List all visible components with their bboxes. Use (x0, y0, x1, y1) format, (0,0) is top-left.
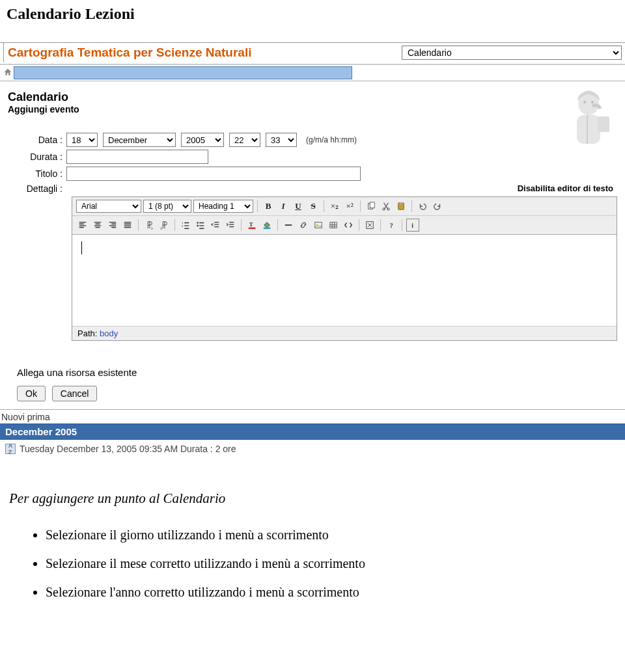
app-frame: Cartografia Tematica per Scienze Natural… (0, 42, 625, 458)
svg-text:?: ? (389, 222, 393, 229)
underline-button[interactable]: U (292, 200, 305, 213)
label-data: Data : (8, 135, 66, 145)
button-row: Ok Cancel (17, 386, 617, 401)
cancel-button[interactable]: Cancel (52, 386, 98, 401)
cut-button[interactable] (380, 200, 393, 213)
ordered-list-button[interactable]: 12 (179, 219, 192, 232)
svg-rect-16 (249, 228, 256, 230)
help-button[interactable]: ? (385, 219, 398, 232)
svg-text:T: T (249, 221, 253, 228)
data-hint: (g/m/a hh:mm) (306, 135, 357, 144)
fullscreen-button[interactable] (363, 219, 376, 232)
select-month[interactable]: December (103, 133, 176, 147)
page-title: Calendario Lezioni (0, 0, 625, 42)
toolbar-row-1: Arial 1 (8 pt) Heading 1 B I U S ×₂ ×² (72, 197, 617, 216)
sort-label[interactable]: Nuovi prima (0, 410, 625, 423)
editor-textarea[interactable] (72, 235, 617, 326)
align-right-button[interactable] (106, 219, 119, 232)
instructions-intro: Per aggiungere un punto al Calendario (9, 491, 616, 507)
select-year[interactable]: 2005 (181, 133, 224, 147)
instructions: Per aggiungere un punto al Calendario Se… (0, 458, 625, 624)
ok-button[interactable]: Ok (17, 386, 46, 401)
svg-rect-10 (399, 202, 402, 204)
calendar-event-icon: AZ (5, 444, 16, 454)
content-wrap: Calendario Aggiungi evento Data : 18 Dec… (0, 81, 625, 410)
course-title: Cartografia Tematica per Scienze Natural… (3, 43, 352, 62)
list-item: Selezionare l'anno corretto utilizzando … (46, 582, 616, 602)
svg-point-14 (197, 225, 199, 227)
svg-point-3 (583, 101, 586, 103)
breadcrumb-row (0, 65, 625, 81)
subscript-button[interactable]: ×₂ (328, 200, 341, 213)
svg-rect-17 (264, 228, 271, 230)
strike-button[interactable]: S (307, 200, 320, 213)
align-center-button[interactable] (91, 219, 104, 232)
rtl-button[interactable] (158, 219, 171, 232)
label-titolo: Titolo : (8, 168, 66, 179)
disable-editor-link[interactable]: Disabilita editor di testo (518, 183, 617, 193)
italic-button[interactable]: I (277, 200, 290, 213)
info-button[interactable]: i (406, 219, 419, 232)
select-size[interactable]: 1 (8 pt) (143, 200, 191, 213)
align-justify-button[interactable] (121, 219, 134, 232)
breadcrumb-box[interactable] (14, 66, 352, 79)
path-body-link[interactable]: body (100, 329, 118, 338)
list-item: Selezionare il giorno utilizzando i menù… (46, 525, 616, 544)
toolbar-row-2: 12 T ? i (72, 216, 617, 235)
select-minute[interactable]: 33 (266, 133, 297, 147)
svg-rect-1 (577, 115, 600, 144)
select-font[interactable]: Arial (76, 200, 141, 213)
svg-rect-2 (598, 116, 609, 132)
text-color-button[interactable]: T (245, 219, 258, 232)
input-titolo[interactable] (66, 167, 361, 181)
align-left-button[interactable] (76, 219, 89, 232)
paste-button[interactable] (395, 200, 408, 213)
instructions-list: Selezionare il giorno utilizzando i menù… (9, 525, 616, 602)
svg-point-13 (197, 222, 199, 224)
attach-resource-link[interactable]: Allega una risorsa esistente (17, 367, 617, 378)
svg-rect-18 (315, 222, 322, 228)
label-durata: Durata : (8, 152, 66, 162)
row-dettagli: Dettagli : Disabilita editor di testo (8, 183, 617, 194)
header-bar: Cartografia Tematica per Scienze Natural… (0, 43, 625, 65)
svg-rect-20 (330, 222, 337, 228)
section-subtitle: Aggiungi evento (8, 104, 617, 114)
select-heading[interactable]: Heading 1 (193, 200, 253, 213)
path-label: Path: (77, 329, 97, 338)
decorative-figure-icon (535, 84, 613, 149)
input-durata[interactable] (66, 150, 208, 164)
select-hour[interactable]: 22 (229, 133, 260, 147)
event-text: Tuesday December 13, 2005 09:35 AM Durat… (20, 444, 236, 454)
svg-rect-6 (370, 202, 374, 208)
image-button[interactable] (312, 219, 325, 232)
month-header: December 2005 (0, 423, 625, 440)
copy-button[interactable] (365, 200, 378, 213)
source-button[interactable] (342, 219, 355, 232)
svg-text:2: 2 (182, 224, 183, 228)
ltr-button[interactable] (143, 219, 156, 232)
bold-button[interactable]: B (262, 200, 275, 213)
label-dettagli: Dettagli : (8, 183, 66, 194)
hr-button[interactable] (282, 219, 295, 232)
event-row[interactable]: AZ Tuesday December 13, 2005 09:35 AM Du… (0, 440, 625, 458)
row-data: Data : 18 December 2005 22 33 (g/m/a hh:… (8, 133, 617, 147)
link-button[interactable] (297, 219, 310, 232)
svg-point-4 (591, 101, 594, 103)
indent-button[interactable] (224, 219, 237, 232)
row-durata: Durata : (8, 150, 617, 164)
bg-color-button[interactable] (260, 219, 273, 232)
unordered-list-button[interactable] (194, 219, 207, 232)
table-button[interactable] (327, 219, 340, 232)
home-icon[interactable] (3, 68, 12, 79)
outdent-button[interactable] (209, 219, 222, 232)
rich-editor: Arial 1 (8 pt) Heading 1 B I U S ×₂ ×² (72, 196, 617, 341)
redo-button[interactable] (431, 200, 444, 213)
select-day[interactable]: 18 (66, 133, 98, 147)
editor-path-bar: Path: body (72, 326, 617, 340)
section-title: Calendario (8, 90, 617, 104)
row-titolo: Titolo : (8, 167, 617, 181)
nav-select[interactable]: Calendario (402, 46, 622, 60)
superscript-button[interactable]: ×² (343, 200, 356, 213)
undo-button[interactable] (416, 200, 429, 213)
svg-text:i: i (411, 222, 413, 229)
